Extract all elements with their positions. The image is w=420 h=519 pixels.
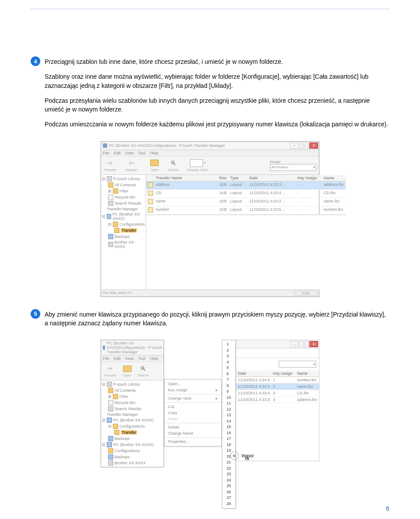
tree-pc1[interactable]: PC (Brother XX-XXXX) bbox=[112, 212, 145, 221]
key-number-item[interactable]: 22 bbox=[222, 466, 235, 472]
list-row[interactable]: address 1KB Layout 11/10/2011 4:23:3... … bbox=[146, 181, 346, 190]
key-number-item[interactable]: 18 bbox=[222, 442, 235, 448]
tree-transfer-folder[interactable]: Transfer bbox=[121, 430, 137, 435]
ctx-change-view[interactable]: Change View▸ bbox=[164, 395, 221, 401]
menu-edit[interactable]: Edit bbox=[114, 151, 121, 155]
key-number-item[interactable]: 24 bbox=[222, 477, 235, 484]
list-row[interactable]: number 1KB Layout 11/10/2011 4:24:5... -… bbox=[146, 206, 346, 215]
key-number-item[interactable]: 16 bbox=[222, 430, 235, 436]
tree-transfer-manager[interactable]: Transfer Manager bbox=[107, 207, 138, 211]
ctx-change-name[interactable]: Change Name bbox=[164, 430, 221, 436]
tree-filter[interactable]: Filter bbox=[119, 189, 128, 193]
key-number-item[interactable]: 5 bbox=[222, 365, 235, 371]
ctx-delete[interactable]: Delete bbox=[164, 424, 221, 430]
tree-transfer-folder[interactable]: Transfer bbox=[121, 228, 137, 233]
key-number-item[interactable]: 26 bbox=[222, 489, 235, 495]
list-header[interactable]: Date Key Assign Name bbox=[236, 370, 319, 377]
menubar[interactable]: File Edit View Tool Help bbox=[101, 150, 319, 157]
ctx-open[interactable]: Open... bbox=[164, 381, 221, 387]
maximize-button[interactable]: ▢ bbox=[300, 143, 308, 149]
titlebar[interactable]: PC (Brother XX-XXXX)\Configurations - P-… bbox=[101, 340, 164, 355]
tree-brother[interactable]: Brother XX-XXXX bbox=[115, 240, 145, 249]
tree-transfer-manager[interactable]: Transfer Manager bbox=[107, 412, 138, 417]
list-row[interactable]: name 1KB Layout 11/10/2011 4:24:2... - n… bbox=[146, 198, 346, 206]
list-row[interactable]: 11/10/2011 4:23:4... 3 CD.lbx bbox=[236, 390, 319, 397]
tree-config2[interactable]: Configurations bbox=[115, 449, 140, 453]
maximize-button[interactable]: ▢ bbox=[300, 341, 308, 347]
col-key[interactable]: Key Assign bbox=[271, 370, 295, 376]
key-number-item[interactable]: 15 bbox=[222, 424, 235, 430]
col-date[interactable]: Date bbox=[236, 370, 271, 376]
key-number-item[interactable]: 4 bbox=[222, 359, 235, 366]
list-body[interactable]: address 1KB Layout 11/10/2011 4:23:3... … bbox=[146, 181, 346, 215]
tool-search[interactable]: 🔍︎ Search bbox=[138, 365, 149, 377]
key-number-item[interactable]: 23 bbox=[222, 471, 235, 477]
titlebar[interactable]: PC (Brother XX-XXXX)\Configurations - P-… bbox=[101, 142, 319, 150]
list-header[interactable]: Transfer Name Size Type Date Key Assign … bbox=[146, 175, 346, 181]
col-type[interactable]: Type bbox=[228, 175, 248, 181]
key-number-item[interactable]: 1 bbox=[222, 341, 235, 348]
key-number-item[interactable]: 27 bbox=[222, 495, 235, 501]
tree-backups2[interactable]: Backups bbox=[115, 455, 130, 459]
key-number-item[interactable]: 9 bbox=[222, 389, 235, 395]
list-row[interactable]: 11/10/2011 4:24:5... 1 number.lbx bbox=[236, 377, 319, 383]
key-number-item[interactable]: 3 bbox=[222, 353, 235, 359]
menu-file[interactable]: File bbox=[103, 356, 109, 361]
key-number-menu[interactable]: 1234567891011121314151617181920212223242… bbox=[222, 340, 236, 509]
key-number-item[interactable]: 21 bbox=[222, 460, 235, 466]
tree-pc2[interactable]: PC (Brother XX-XXXX) bbox=[113, 442, 154, 447]
tree-view[interactable]: ⊟P-touch Library All Contents ⊞Filter Re… bbox=[101, 380, 164, 467]
close-button[interactable]: ✕ bbox=[309, 341, 318, 347]
col-date[interactable]: Date bbox=[248, 175, 296, 181]
key-number-item[interactable]: 6 bbox=[222, 371, 235, 377]
ctx-properties[interactable]: Properties... bbox=[164, 439, 221, 445]
tree-view[interactable]: ⊟P-touch Library All Contents ⊞Filter Re… bbox=[101, 175, 146, 289]
tree-library[interactable]: P-touch Library bbox=[113, 177, 140, 181]
list-row[interactable]: 11/10/2011 4:24:2... 2 name.lbx bbox=[236, 383, 319, 390]
menu-help[interactable]: Help bbox=[150, 356, 158, 361]
menu-help[interactable]: Help bbox=[150, 151, 158, 155]
tool-backup[interactable]: Backup bbox=[126, 159, 137, 172]
tool-transfer[interactable]: Transfer bbox=[104, 365, 117, 377]
list-row[interactable]: CD 1KB Layout 11/10/2011 4:23:4... - CD.… bbox=[146, 190, 346, 198]
printer-select[interactable]: ▾ bbox=[279, 361, 316, 368]
key-number-item[interactable]: 10 bbox=[222, 395, 235, 401]
tree-all[interactable]: All Contents bbox=[115, 388, 136, 393]
tool-open[interactable]: Open bbox=[123, 365, 132, 377]
tree-pc1[interactable]: PC (Brother XX-XXXX) bbox=[113, 418, 154, 422]
context-menu[interactable]: Open... Key Assign▸ Change View▸ Cut Cop… bbox=[164, 379, 222, 446]
menu-view[interactable]: View bbox=[125, 356, 133, 361]
tool-search[interactable]: 🔍︎ Search bbox=[168, 159, 178, 172]
key-number-item[interactable]: 11 bbox=[222, 401, 235, 407]
col-name[interactable]: Transfer Name bbox=[154, 175, 211, 181]
tool-transfer[interactable]: Transfer bbox=[104, 159, 117, 172]
tree-search[interactable]: Search Results bbox=[115, 407, 141, 411]
tree-filter[interactable]: Filter bbox=[119, 394, 128, 399]
menu-tool[interactable]: Tool bbox=[138, 356, 146, 361]
menubar[interactable]: File Edit View Tool Help bbox=[101, 355, 164, 362]
tree-all[interactable]: All Contents bbox=[115, 183, 136, 187]
tree-recycle[interactable]: Recycle Bin bbox=[115, 195, 136, 199]
tree-config[interactable]: Configurations bbox=[119, 424, 145, 428]
key-number-item[interactable]: 25 bbox=[222, 483, 235, 489]
key-number-item[interactable]: 2 bbox=[222, 348, 235, 354]
tree-library[interactable]: P-touch Library bbox=[113, 382, 140, 387]
menu-tool[interactable]: Tool bbox=[138, 151, 146, 155]
menu-file[interactable]: File bbox=[103, 151, 109, 155]
tree-config[interactable]: Configurations bbox=[119, 222, 145, 226]
col-file[interactable]: Name bbox=[322, 175, 346, 181]
minimize-button[interactable]: ─ bbox=[290, 143, 299, 149]
tree-backups[interactable]: Backups bbox=[115, 436, 130, 441]
tree-recycle[interactable]: Recycle Bin bbox=[115, 401, 136, 405]
menu-view[interactable]: View bbox=[125, 151, 133, 155]
key-number-item[interactable]: 12 bbox=[222, 407, 235, 413]
list-row[interactable]: 11/10/2011 4:23:3... 4 address.lbx bbox=[236, 397, 319, 403]
tree-search[interactable]: Search Results bbox=[115, 201, 141, 206]
ctx-cut[interactable]: Cut bbox=[164, 404, 221, 410]
tool-open[interactable]: Open bbox=[150, 159, 159, 172]
minimize-button[interactable]: ─ bbox=[290, 341, 299, 347]
tree-backups[interactable]: Backups bbox=[115, 234, 130, 239]
key-number-item[interactable]: 7 bbox=[222, 377, 235, 383]
ctx-key-assign[interactable]: Key Assign▸ bbox=[164, 387, 221, 393]
col-key[interactable]: Key Assign bbox=[296, 175, 322, 181]
